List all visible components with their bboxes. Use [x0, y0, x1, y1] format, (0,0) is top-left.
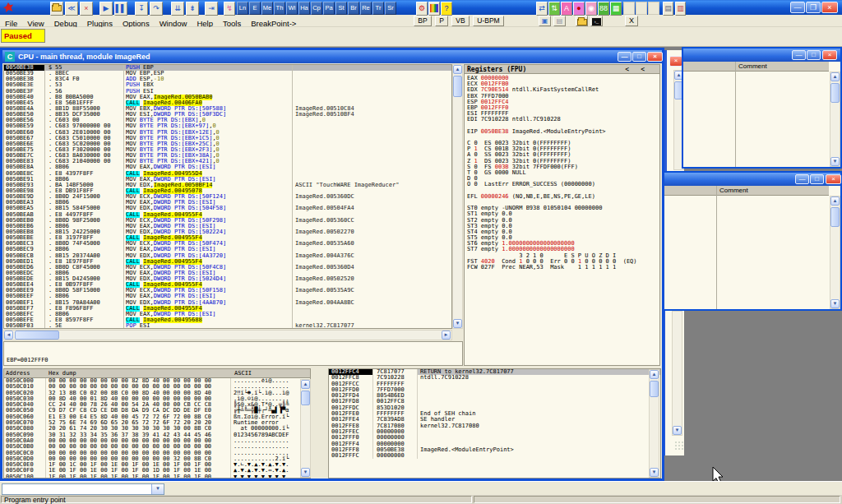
disasm-row[interactable]: 0050BE4A.8B1D 88F55000MOV EBX,DWORD PTR … — [4, 106, 451, 112]
register-line[interactable]: EDI 7C910228 ntdll.7C910228 — [467, 117, 659, 123]
toolbar-letter-button-me[interactable]: Me — [261, 2, 273, 15]
scroll-up-button[interactable]: ▲ — [650, 370, 659, 379]
menubar-button-bp[interactable]: BP — [414, 16, 432, 26]
copy-page-icon[interactable]: ▣ — [539, 16, 551, 26]
scroll-right-button[interactable]: ► — [442, 331, 451, 340]
close-button[interactable]: × — [826, 174, 841, 184]
register-line[interactable]: T 0 GS 0000 NULL — [467, 170, 659, 176]
disasm-row[interactable]: 0050BEFE.E8 8597F8FFCALL ImageRed.004956… — [4, 317, 451, 323]
notepad-icon[interactable]: ▤ — [553, 16, 566, 26]
toolbar-letter-button-sr[interactable]: Sr — [385, 2, 396, 15]
scrollbar[interactable]: ▲ ▼ — [830, 196, 840, 309]
toolbar-letter-button-br[interactable]: Br — [348, 2, 359, 15]
minimize-button[interactable]: — — [790, 2, 805, 13]
disasm-row[interactable]: 0050BEB0.8B0D 98F25000MOV ECX,DWORD PTR … — [4, 218, 451, 224]
disasm-row[interactable]: 0050BE8A.8B06MOV EAX,DWORD PTR DS:[ESI] — [4, 164, 451, 170]
register-line[interactable]: FCW 027F Prec NEAR,53 Mask 1 1 1 1 1 1 — [467, 265, 659, 270]
disasm-row[interactable]: 0050BEF7.E8 F896F8FFCALL ImageRed.004955… — [4, 306, 451, 312]
disassembly-pane[interactable]: 0050BE38$55PUSH EBP0050BE39.8BECMOV EBP,… — [3, 64, 452, 329]
execute-till-return-button[interactable]: ⇥ — [205, 2, 218, 16]
dump-row[interactable]: 0050C1001F 00 1F 00 1F 00 1F 00 1F 00 1F… — [4, 474, 310, 478]
command-combobox[interactable]: ▼ — [2, 483, 164, 495]
scroll-up-button[interactable]: ▲ — [453, 65, 462, 74]
menubar-button-vb[interactable]: VB — [451, 16, 470, 26]
minimize-button[interactable]: — — [795, 174, 809, 184]
toolbar-letter-button-ha[interactable]: Ha — [298, 2, 310, 15]
register-line[interactable]: EFL 00000246 (NO,NB,E,BE,NS,PE,GE,LE) — [467, 194, 659, 200]
page-button[interactable]: ▤ — [663, 2, 673, 16]
disasm-row[interactable]: 0050BE40.B8 B0BA5000MOV EAX,ImageRed.005… — [4, 95, 451, 100]
number-grid-button[interactable]: 88 — [598, 2, 609, 16]
disasm-row[interactable]: 0050BE3E.53PUSH EBX — [4, 82, 451, 88]
minimize-button[interactable]: — — [618, 52, 632, 62]
close-button[interactable]: × — [647, 52, 663, 62]
record-button[interactable]: ● — [573, 2, 585, 16]
disasm-row[interactable]: 0050BEFC.8B06MOV EAX,DWORD PTR DS:[ESI] — [4, 312, 451, 317]
disasm-row[interactable]: 0050BE83.C683 21040000 00MOV BYTE PTR DS… — [4, 159, 451, 164]
scroll-down-button[interactable]: ▼ — [650, 468, 659, 477]
register-line[interactable]: O 0 LastErr ERROR_SUCCESS (00000000) — [467, 182, 659, 187]
command-input[interactable] — [2, 484, 150, 494]
step-over-button[interactable]: ↷ — [150, 2, 163, 16]
disassembly-vscrollbar[interactable]: ▲ ▼ — [452, 64, 463, 329]
registers-pane[interactable]: Registers (FPU) << EAX 00000000ECX 0012F… — [464, 64, 660, 366]
open-folder-icon[interactable] — [576, 16, 588, 26]
scroll-thumb[interactable] — [453, 76, 462, 97]
scroll-thumb[interactable] — [650, 381, 659, 397]
toolbar-letter-button-cp[interactable]: Cp — [311, 2, 322, 15]
cpu-window-titlebar[interactable]: C CPU - main thread, module ImageRed — □… — [2, 50, 662, 63]
list-page-button[interactable]: ▥ — [675, 2, 686, 16]
disasm-row[interactable]: 0050BE67.C683 C5010000 00MOV BYTE PTR DS… — [4, 136, 451, 141]
disasm-row[interactable]: 0050BEAB.E8 4497F8FFCALL ImageRed.004955… — [4, 212, 451, 218]
disasm-row[interactable]: 0050BEC3.8B0D 74F45000MOV ECX,DWORD PTR … — [4, 241, 451, 247]
scroll-down-button[interactable]: ▼ — [830, 299, 840, 308]
disasm-row[interactable]: 0050BE98.E8 DB91F8FFCALL ImageRed.004950… — [4, 188, 451, 194]
scroll-thumb[interactable] — [15, 331, 59, 340]
scroll-down-button[interactable]: ▼ — [301, 468, 310, 477]
run-button[interactable]: ▶ — [99, 2, 113, 16]
scroll-up-button[interactable]: ▲ — [830, 197, 840, 206]
disasm-row[interactable]: 0050BF03.5EPOP ESIkernel32.7C817077 — [4, 323, 451, 329]
scroll-up-button[interactable]: ▲ — [301, 380, 310, 389]
disasm-row[interactable]: 0050BE45.E8 56B1EFFFCALL ImageRed.00406F… — [4, 100, 451, 106]
disasm-row[interactable]: 0050BE7C.C683 8A030000 00MOV BYTE PTR DS… — [4, 153, 451, 159]
resize-grip[interactable] — [674, 441, 684, 451]
disasm-row[interactable]: 0050BE60.C683 2E010000 00MOV BYTE PTR DS… — [4, 130, 451, 136]
disasm-row[interactable]: 0050BEE9.8B0D 58F15000MOV ECX,DWORD PTR … — [4, 288, 451, 294]
toolbar-letter-button-ln[interactable]: Ln — [237, 2, 248, 15]
disasm-row[interactable]: 0050BE8C.E8 4397F8FFCALL ImageRed.004955… — [4, 171, 451, 177]
disasm-row[interactable]: 0050BE75.C683 F3020000 00MOV BYTE PTR DS… — [4, 147, 451, 153]
disasm-row[interactable]: 0050BE56.C603 00MOV BYTE PTR DS:[EBX],0 — [4, 118, 451, 123]
disasm-row[interactable]: 0050BE50.8B35 DCF35000MOV ESI,DWORD PTR … — [4, 112, 451, 118]
appearance-button[interactable] — [428, 2, 440, 16]
scroll-down-button[interactable]: ▼ — [673, 426, 682, 435]
swap-arrows-button[interactable]: ⇄ — [536, 2, 548, 16]
scroll-thumb[interactable] — [830, 83, 840, 103]
toolbar-letter-button-re[interactable]: Re — [360, 2, 372, 15]
disasm-row[interactable]: 0050BEE4.E8 0B97F8FFCALL ImageRed.004955… — [4, 282, 451, 288]
console-icon[interactable]: ›_ — [590, 16, 603, 26]
disasm-row[interactable]: 0050BEF1.8B15 70A84A00MOV EDX,DWORD PTR … — [4, 300, 451, 306]
disasm-row[interactable]: 0050BED1.E8 1E97F8FFCALL ImageRed.004955… — [4, 259, 451, 265]
child-window-titlebar[interactable]: — □ × — [664, 173, 840, 186]
stack-pane[interactable]: 0012FFC47C817077RETURN to kernel32.7C817… — [328, 368, 661, 479]
green-window-button[interactable]: ▦ — [610, 2, 622, 16]
stack-row[interactable]: 0012FFFC00000000 — [329, 453, 660, 459]
dump-vscrollbar[interactable]: ▲ ▼ — [300, 379, 311, 478]
disasm-row[interactable]: 0050BEDE.8B15 D4245000MOV EDX,DWORD PTR … — [4, 276, 451, 282]
menubar-button-p[interactable]: P — [435, 16, 448, 26]
scrollbar[interactable]: ▲ ▼ — [830, 72, 840, 167]
scroll-thumb[interactable] — [301, 391, 310, 405]
child-window-titlebar[interactable]: — □ × — [683, 49, 840, 62]
disasm-row[interactable]: 0050BECB.8B15 20374A00MOV EDX,DWORD PTR … — [4, 253, 451, 259]
register-line[interactable]: EIP 0050BE38 ImageRed.<ModuleEntryPoint> — [467, 129, 659, 135]
scroll-down-button[interactable]: ▼ — [830, 157, 840, 166]
options-gear-button[interactable]: ⚙ — [416, 2, 428, 16]
toolbar-letter-button-pa[interactable]: Pa — [323, 2, 335, 15]
disasm-row[interactable]: 0050BEA5.8B15 584F5000MOV EDX,DWORD PTR … — [4, 206, 451, 211]
animate-into-button[interactable]: ⇊ — [171, 2, 184, 16]
disasm-row[interactable]: 0050BED6.8B0D C8F45000MOV ECX,DWORD PTR … — [4, 265, 451, 270]
disasm-row[interactable]: 0050BEB8.8B15 24225000MOV EDX,DWORD PTR … — [4, 229, 451, 235]
close-program-button[interactable]: × — [80, 2, 93, 16]
disasm-row[interactable]: 0050BE59.C683 97000000 00MOV BYTE PTR DS… — [4, 123, 451, 129]
